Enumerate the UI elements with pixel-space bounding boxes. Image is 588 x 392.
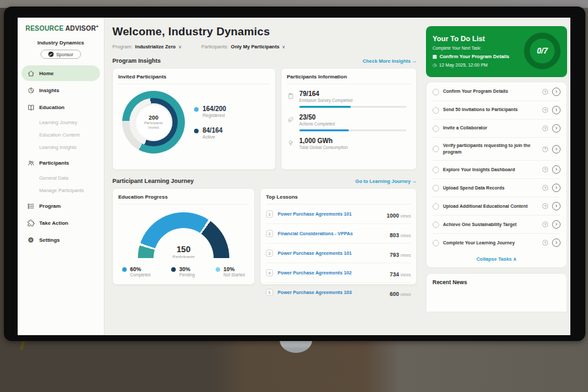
legend-not-started: 10% Not Started — [216, 266, 245, 277]
sidebar-item-learning-insights[interactable]: Learning Insights — [22, 141, 100, 154]
sidebar-item-label: Take Action — [39, 220, 68, 226]
education-gauge-chart: 150 Participants — [138, 212, 229, 258]
task-checkbox[interactable] — [433, 203, 439, 210]
todo-due-date: ◷ 12 May 2025, 12:00 PM — [433, 63, 509, 67]
task-row[interactable]: Achieve One Sustainability Target ? › — [433, 216, 561, 234]
lesson-row[interactable]: 1 Power Purchase Agreements 101 1000view… — [266, 204, 411, 224]
task-checkbox[interactable] — [433, 89, 439, 95]
go-to-learning-journey-link[interactable]: Go to Learning Journey → — [355, 178, 417, 184]
sidebar-item-education[interactable]: Education — [22, 99, 100, 115]
donut-center-label: Participants Invited — [140, 121, 167, 130]
task-row[interactable]: Explore Your Insights Dashboard ? › — [433, 161, 561, 179]
task-row[interactable]: Send 50 Invitations to Participants ? › — [433, 101, 561, 120]
task-row[interactable]: Verify participants requesting to join t… — [433, 138, 561, 161]
clipboard-icon — [287, 93, 294, 99]
todo-task-list: Confirm Your Program Details ? › Send 50… — [426, 82, 567, 268]
take-action-icon — [27, 219, 35, 227]
chevron-up-icon: ∧ — [513, 256, 517, 262]
recent-news-card: Recent News — [426, 273, 567, 312]
stat-global-consumption: 1,000 GWh Total Global Consumption — [287, 137, 411, 150]
lesson-row[interactable]: 3 Power Purchase Agreements 101 793views — [266, 244, 411, 263]
arrow-right-icon: → — [412, 58, 417, 64]
chevron-right-icon[interactable]: › — [552, 238, 561, 247]
chevron-right-icon[interactable]: › — [552, 220, 561, 229]
lesson-row[interactable]: 4 Power Purchase Agreements 102 734views — [266, 263, 411, 283]
task-checkbox[interactable] — [433, 146, 439, 152]
task-checkbox[interactable] — [433, 240, 439, 246]
task-row[interactable]: Upload Additional Educational Content ? … — [433, 197, 561, 216]
task-checkbox[interactable] — [433, 167, 439, 173]
collapse-tasks-link[interactable]: Collapse Tasks ∧ — [433, 252, 561, 265]
sidebar-item-label: Settings — [39, 237, 60, 243]
chevron-right-icon[interactable]: › — [552, 165, 561, 174]
lesson-link[interactable]: Power Purchase Agreements 101 — [278, 211, 382, 217]
page-title: Welcome, Industry Dynamics — [112, 25, 417, 39]
sidebar-item-general-data[interactable]: General Data — [22, 172, 100, 184]
sidebar-item-program[interactable]: Program — [22, 198, 100, 214]
sidebar-item-label: Participants — [39, 160, 69, 166]
sidebar-item-take-action[interactable]: Take Action — [22, 215, 100, 231]
sidebar-item-settings[interactable]: ⚙ Settings — [22, 232, 100, 248]
card-title: Education Progress — [118, 194, 249, 204]
sidebar-item-participants[interactable]: Participants — [22, 155, 100, 171]
sidebar-item-manage-participants[interactable]: Manage Participants — [22, 184, 100, 197]
sidebar-item-home[interactable]: Home — [22, 65, 100, 81]
todo-next-task: ▤ Confirm Your Program Details — [433, 54, 509, 59]
donut-inner-ring: 200 Participants Invited — [129, 98, 178, 146]
app-logo: RESOURCE ADVISOR+ — [22, 24, 100, 32]
check-more-insights-link[interactable]: Check More Insights → — [363, 58, 417, 64]
chevron-right-icon[interactable]: › — [552, 202, 561, 210]
lesson-link[interactable]: Power Purchase Agreements 103 — [278, 289, 385, 295]
invited-participants-card: Invited Participants 200 Participants In… — [112, 68, 276, 170]
lesson-row[interactable]: 2 Financial Considerations - VPPAs 803vi… — [266, 224, 411, 244]
task-checkbox[interactable] — [433, 107, 439, 114]
rank-badge: 1 — [266, 210, 273, 218]
task-row[interactable]: Confirm Your Program Details ? › — [433, 83, 561, 101]
todo-progress-ring: 0/7 — [524, 33, 561, 69]
lesson-link[interactable]: Financial Considerations - VPPAs — [278, 231, 385, 237]
home-icon — [27, 69, 35, 77]
chevron-down-icon: ∨ — [282, 44, 286, 50]
lesson-link[interactable]: Power Purchase Agreements 102 — [278, 270, 385, 276]
chevron-right-icon[interactable]: › — [552, 88, 561, 96]
sidebar-item-insights[interactable]: Insights — [22, 82, 100, 98]
lesson-row[interactable]: 5 Power Purchase Agreements 103 600views — [266, 283, 411, 302]
chevron-right-icon[interactable]: › — [552, 184, 561, 192]
logo-resource: RESOURCE — [25, 25, 63, 32]
task-row[interactable]: Invite a Collaborator ? › — [433, 120, 561, 138]
todo-title: Your To Do List — [433, 35, 509, 42]
participants-filter[interactable]: Participants: Only My Participants ∨ — [201, 44, 286, 50]
top-lessons-card: Top Lessons 1 Power Purchase Agreements … — [260, 188, 417, 285]
chevron-right-icon[interactable]: › — [552, 124, 561, 133]
org-name: Industry Dynamics — [22, 40, 100, 46]
gauge-center-label: Participants — [172, 255, 195, 258]
sidebar-item-label: Education — [39, 105, 65, 110]
insights-icon — [27, 86, 35, 94]
program-filter[interactable]: Program: Industrialize Zero ∨ — [112, 44, 182, 50]
completed-dot-icon — [122, 267, 127, 272]
donut-center-value: 200 — [148, 114, 158, 121]
registered-dot-icon — [194, 107, 199, 112]
stat-actions-completed: 23/50 Actions Completed — [287, 114, 411, 131]
task-checkbox[interactable] — [433, 125, 439, 132]
task-checkbox[interactable] — [433, 185, 439, 191]
task-row[interactable]: Upload Spend Data Records ? › — [433, 179, 561, 197]
todo-panel: Your To Do List Complete Your Next Task:… — [423, 18, 570, 335]
help-icon: ? — [542, 240, 548, 246]
sidebar-item-education-content[interactable]: Education Content — [22, 129, 100, 141]
sponsor-label: Sponsor — [56, 52, 73, 57]
task-checkbox[interactable] — [433, 221, 439, 228]
invited-donut-chart: 200 Participants Invited — [122, 91, 185, 154]
help-icon: ? — [542, 146, 548, 152]
chevron-right-icon[interactable]: › — [552, 106, 561, 114]
help-icon: ? — [542, 167, 548, 172]
chevron-right-icon[interactable]: › — [552, 145, 561, 154]
task-row[interactable]: Complete Your Learning Journey ? › — [433, 234, 561, 252]
sidebar-nav: Home Insights Education Learning Journey… — [22, 65, 100, 248]
monitor-bezel: RESOURCE ADVISOR+ Industry Dynamics Spon… — [4, 7, 585, 341]
sidebar-item-learning-journey[interactable]: Learning Journey — [22, 116, 100, 129]
clock-icon: ◷ — [433, 63, 436, 67]
lesson-link[interactable]: Power Purchase Agreements 101 — [278, 250, 385, 256]
settings-icon: ⚙ — [27, 236, 35, 244]
rank-badge: 2 — [266, 230, 273, 237]
